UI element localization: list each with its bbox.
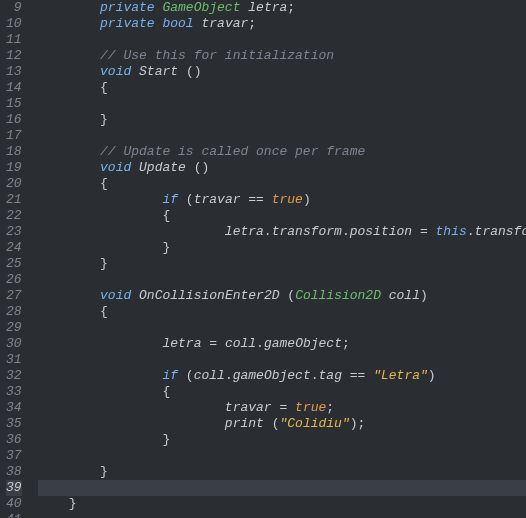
code-line[interactable]: { xyxy=(38,304,526,320)
line-number: 13 xyxy=(6,64,22,80)
line-number: 24 xyxy=(6,240,22,256)
token-kw: void xyxy=(100,288,131,303)
line-number-gutter: 9101112131415161718192021222324252627282… xyxy=(0,0,32,518)
token-id: travar xyxy=(201,16,248,31)
code-line[interactable]: { xyxy=(38,80,526,96)
code-line[interactable]: travar = true; xyxy=(38,400,526,416)
token-pun: ( xyxy=(186,368,194,383)
token-pun: = xyxy=(209,336,217,351)
code-line[interactable]: letra = coll.gameObject; xyxy=(38,336,526,352)
token-kw: private xyxy=(100,0,155,15)
token-pun: . xyxy=(225,368,233,383)
token-pun: . xyxy=(342,224,350,239)
line-number: 36 xyxy=(6,432,22,448)
code-editor[interactable]: 9101112131415161718192021222324252627282… xyxy=(0,0,526,518)
code-line[interactable]: if (coll.gameObject.tag == "Letra") xyxy=(38,368,526,384)
code-line[interactable]: } xyxy=(38,432,526,448)
code-line[interactable]: // Update is called once per frame xyxy=(38,144,526,160)
line-number: 37 xyxy=(6,448,22,464)
code-line[interactable]: void OnCollisionEnter2D (Collision2D col… xyxy=(38,288,526,304)
code-line[interactable] xyxy=(38,320,526,336)
code-line[interactable]: { xyxy=(38,208,526,224)
line-number: 30 xyxy=(6,336,22,352)
token-pun: } xyxy=(100,256,108,271)
line-number: 15 xyxy=(6,96,22,112)
code-line[interactable]: if (travar == true) xyxy=(38,192,526,208)
token-id: gameObject xyxy=(264,336,342,351)
token-id: transform xyxy=(272,224,342,239)
token-id: letra xyxy=(248,0,287,15)
line-number: 33 xyxy=(6,384,22,400)
token-pun: == xyxy=(350,368,366,383)
line-number: 21 xyxy=(6,192,22,208)
line-number: 34 xyxy=(6,400,22,416)
code-line[interactable]: { xyxy=(38,176,526,192)
line-number: 27 xyxy=(6,288,22,304)
code-line[interactable]: void Start () xyxy=(38,64,526,80)
line-number: 32 xyxy=(6,368,22,384)
line-number: 41 xyxy=(6,512,22,518)
line-number: 18 xyxy=(6,144,22,160)
token-com: // Update is called once per frame xyxy=(100,144,365,159)
code-line[interactable]: { xyxy=(38,384,526,400)
code-line[interactable]: } xyxy=(38,256,526,272)
token-pun: . xyxy=(467,224,475,239)
token-kw: if xyxy=(162,192,178,207)
code-line[interactable] xyxy=(38,448,526,464)
token-pun: } xyxy=(162,432,170,447)
line-number: 22 xyxy=(6,208,22,224)
token-type: GameObject xyxy=(162,0,240,15)
token-pun: ; xyxy=(326,400,334,415)
token-pun: ; xyxy=(248,16,256,31)
code-line[interactable] xyxy=(38,272,526,288)
code-line[interactable]: letra.transform.position = this.transfor… xyxy=(38,224,526,240)
token-pun: . xyxy=(264,224,272,239)
token-pun: ( xyxy=(186,192,194,207)
token-pun: . xyxy=(256,336,264,351)
code-line[interactable]: private bool travar; xyxy=(38,16,526,32)
line-number: 38 xyxy=(6,464,22,480)
line-number: 19 xyxy=(6,160,22,176)
token-id: coll xyxy=(225,336,256,351)
token-pun: { xyxy=(100,304,108,319)
token-id: letra xyxy=(225,224,264,239)
token-id: position xyxy=(350,224,412,239)
token-pun: { xyxy=(100,80,108,95)
token-kw: private xyxy=(100,16,155,31)
code-area[interactable]: private GameObject letra; private bool t… xyxy=(32,0,526,518)
code-line[interactable]: } xyxy=(38,464,526,480)
token-pun: } xyxy=(100,464,108,479)
line-number: 14 xyxy=(6,80,22,96)
code-line[interactable] xyxy=(38,480,526,496)
token-pun: () xyxy=(186,64,202,79)
line-number: 20 xyxy=(6,176,22,192)
line-number: 35 xyxy=(6,416,22,432)
token-pun: ; xyxy=(287,0,295,15)
code-line[interactable]: private GameObject letra; xyxy=(38,0,526,16)
token-pun: . xyxy=(311,368,319,383)
code-line[interactable]: void Update () xyxy=(38,160,526,176)
code-line[interactable]: // Use this for initialization xyxy=(38,48,526,64)
token-kw: void xyxy=(100,160,131,175)
code-line[interactable] xyxy=(38,32,526,48)
token-pun: ) xyxy=(420,288,428,303)
token-pun: () xyxy=(194,160,210,175)
code-line[interactable]: } xyxy=(38,496,526,512)
code-line[interactable]: } xyxy=(38,240,526,256)
code-line[interactable]: print ("Colidiu"); xyxy=(38,416,526,432)
token-id: gameObject xyxy=(233,368,311,383)
code-line[interactable] xyxy=(38,128,526,144)
code-line[interactable] xyxy=(38,512,526,518)
line-number: 28 xyxy=(6,304,22,320)
token-pun: { xyxy=(100,176,108,191)
token-val: true xyxy=(295,400,326,415)
token-kw: void xyxy=(100,64,131,79)
code-line[interactable] xyxy=(38,352,526,368)
code-line[interactable]: } xyxy=(38,112,526,128)
token-pun: == xyxy=(248,192,264,207)
code-line[interactable] xyxy=(38,96,526,112)
line-number: 17 xyxy=(6,128,22,144)
token-kw2: this xyxy=(436,224,467,239)
token-com: // Use this for initialization xyxy=(100,48,334,63)
token-type: Collision2D xyxy=(295,288,381,303)
